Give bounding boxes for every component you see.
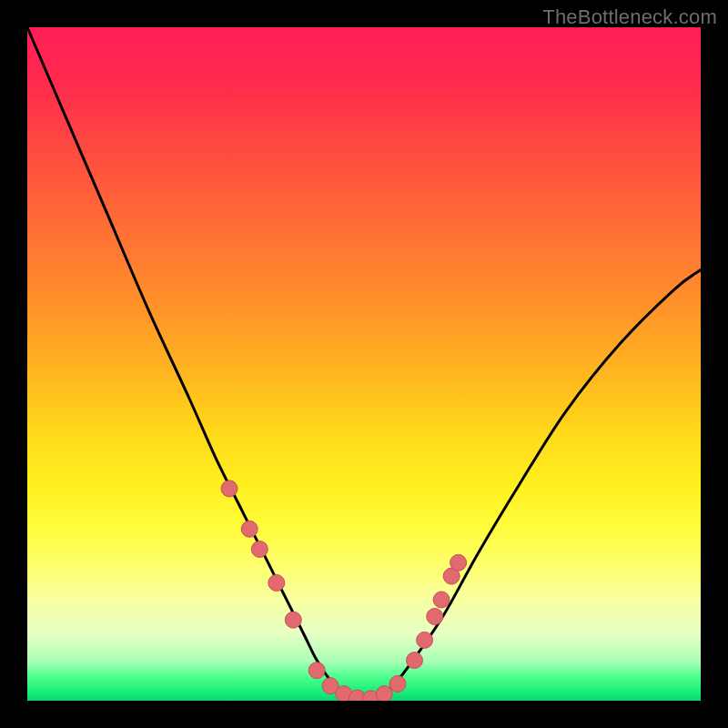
marker-dot <box>427 609 443 625</box>
marker-dot <box>251 541 268 558</box>
watermark-text: TheBottleneck.com <box>542 5 717 29</box>
marker-dot <box>407 652 423 669</box>
marker-group <box>221 480 467 701</box>
marker-dot <box>268 575 285 592</box>
chart-frame: TheBottleneck.com <box>0 0 728 728</box>
marker-dot <box>221 480 238 497</box>
marker-dot <box>241 521 258 537</box>
marker-dot <box>285 612 301 628</box>
curve-layer <box>27 27 701 701</box>
marker-dot <box>433 592 450 608</box>
marker-dot <box>308 662 325 679</box>
marker-dot <box>376 686 392 701</box>
marker-dot <box>450 554 467 571</box>
bottleneck-curve <box>27 27 701 701</box>
marker-dot <box>417 632 433 648</box>
marker-dot <box>389 676 406 693</box>
plot-area <box>27 27 701 701</box>
